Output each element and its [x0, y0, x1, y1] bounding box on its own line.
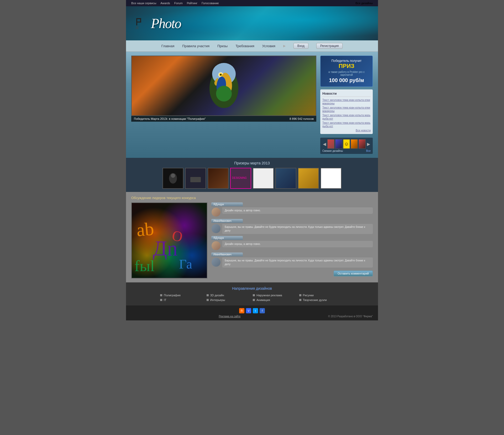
comment-2-text: Барышня, вы не правы. Давайте не будем п…	[222, 224, 373, 234]
svg-rect-3	[136, 22, 141, 23]
nav-home[interactable]: Главная	[161, 44, 174, 48]
prize-box: Победитель получит ПРИЗ а также работу в…	[320, 56, 373, 87]
news-box: Новости Текст заголовок тема кран копыта…	[320, 89, 373, 134]
prize-thumb-8[interactable]	[321, 168, 342, 189]
comment-4: ИванИванович Барышня, вы не правы. Давай…	[211, 253, 373, 267]
direction-1-bullet	[160, 294, 162, 296]
directions-title: Направления дизайнов	[131, 286, 373, 291]
gallery-thumb-4[interactable]	[351, 139, 358, 149]
gallery-next-arrow[interactable]: ▶	[366, 142, 371, 147]
prize-thumb-1[interactable]	[162, 168, 183, 189]
news-item-2[interactable]: Текст заголовок тема кран копыта елки ма…	[322, 106, 371, 113]
comment-1-avatar	[211, 207, 221, 217]
gallery-prev-arrow[interactable]: ◀	[322, 142, 327, 147]
svg-text:高: 高	[135, 26, 139, 29]
rating-link[interactable]: Рейтинг	[187, 2, 197, 5]
svg-text:Га: Га	[179, 257, 192, 271]
nav-divider: ▶	[283, 44, 286, 48]
direction-6[interactable]: Интерьеры	[207, 298, 251, 302]
svg-point-14	[171, 174, 175, 178]
footer-bottom-row: Реклама на сайте © 2013 Разработано в ОО…	[131, 315, 373, 318]
directions-grid: Полиграфия 3D дизайн Наружная реклама Ри…	[160, 294, 344, 302]
comment-4-username: ИванИванович	[211, 253, 243, 256]
nav-prizes[interactable]: Призы	[217, 44, 228, 48]
awards-link[interactable]: Awards	[160, 2, 170, 5]
nav-conditions[interactable]: Условия	[262, 44, 275, 48]
prize-thumb-4[interactable]: DESIGNING THE 21st CENTURY	[230, 168, 251, 189]
svg-point-12	[216, 86, 232, 101]
prize-amount: 100 000 руб/м	[324, 77, 369, 83]
comment-4-text: Барышня, вы не правы. Давайте не будем п…	[222, 257, 373, 267]
direction-1[interactable]: Полиграфия	[160, 294, 205, 297]
voting-link[interactable]: Голосование	[202, 2, 219, 5]
news-item-4[interactable]: Текст заголовок тема кран копыта мазь ры…	[322, 121, 371, 128]
nav-requirements[interactable]: Требования	[235, 44, 254, 48]
comment-3-username: ЯДундук	[211, 236, 243, 240]
news-title: Новости	[322, 92, 371, 97]
svg-point-9	[220, 74, 222, 76]
prize-thumb-7[interactable]	[298, 168, 319, 189]
logo-icon: 高	[134, 16, 148, 31]
nav-rules[interactable]: Правила участия	[182, 44, 209, 48]
gallery-all-link[interactable]: Все	[366, 149, 371, 152]
comment-2-username: ИванИванович	[211, 219, 243, 223]
submit-comment-button[interactable]: Оставить комментарий	[334, 271, 373, 276]
comment-1-body: Дизайн хорош, а автор говно.	[211, 207, 373, 217]
direction-7-label: Анимация	[256, 298, 270, 302]
main-nav: Главная Правила участия Призы Требования…	[126, 40, 378, 52]
comment-3: ЯДундук Дизайн хорош, а автор говно.	[211, 236, 373, 250]
social-icon-vk[interactable]: V	[246, 308, 251, 313]
ad-link[interactable]: Реклама на сайте	[219, 315, 240, 318]
direction-2-bullet	[207, 294, 209, 296]
comment-2-avatar	[211, 224, 221, 233]
login-button[interactable]: Вход	[293, 43, 308, 49]
winner-label: Победитель получит ПРИЗ	[324, 59, 369, 69]
winner-text: Победитель	[332, 59, 349, 63]
discussion-inner: ab Дn fыl О Га ЯДундук Дизайн хорош, а а…	[131, 202, 373, 278]
svg-text:DESIGNING THE 21st CENTURY: DESIGNING THE 21st CENTURY	[232, 176, 246, 179]
prize-thumb-2[interactable]	[185, 168, 206, 189]
photo-caption: Победитель Марта 2013г. в номинации "Пол…	[131, 116, 316, 122]
discussion-title: Обсуждение лидеров текущего конкурса	[131, 196, 373, 200]
comment-3-body: Дизайн хорош, а автор говно.	[211, 241, 373, 250]
prize-thumb-3[interactable]	[208, 168, 229, 189]
social-icon-twitter[interactable]: t	[253, 308, 258, 313]
social-icons: R V t f	[239, 308, 265, 313]
caption-text: Победитель Марта 2013г. в номинации "Пол…	[134, 117, 206, 120]
svg-text:ab: ab	[136, 218, 155, 240]
direction-2-label: 3D дизайн	[210, 294, 224, 297]
gallery-thumb-1[interactable]	[327, 139, 334, 149]
prize-sub-text: а также работу в Prokter pro с зарплатой	[324, 71, 369, 76]
news-all-link[interactable]: Все новости	[322, 129, 371, 132]
direction-8[interactable]: Творческие дуэли	[299, 298, 344, 302]
gallery-thumb-5[interactable]	[359, 139, 366, 149]
forum-link[interactable]: Forum	[174, 2, 183, 5]
gallery-thumb-3[interactable]: ☺	[343, 139, 350, 149]
all-services-link[interactable]: Все наши сервисы	[131, 2, 156, 5]
gallery-label: Свежие дизайны Все	[322, 149, 371, 152]
social-icon-rss[interactable]: R	[239, 308, 244, 313]
prize-word: ПРИЗ	[339, 63, 354, 69]
direction-7[interactable]: Анимация	[253, 298, 298, 302]
social-icon-facebook[interactable]: f	[260, 308, 265, 313]
all-designs-link[interactable]: Все дизайны	[355, 2, 373, 5]
direction-6-bullet	[207, 299, 209, 301]
gallery-thumb-2[interactable]	[335, 139, 342, 149]
direction-4[interactable]: Рисунки	[299, 294, 344, 297]
direction-4-label: Рисунки	[303, 294, 314, 297]
direction-8-bullet	[299, 299, 301, 301]
direction-2[interactable]: 3D дизайн	[207, 294, 251, 297]
direction-8-label: Творческие дуэли	[303, 298, 327, 302]
side-panel: Победитель получит ПРИЗ а также работу в…	[320, 56, 373, 154]
direction-5[interactable]: IT	[160, 298, 205, 302]
comment-3-text: Дизайн хорош, а автор говно.	[222, 241, 373, 247]
direction-3[interactable]: Наружная реклама	[253, 294, 298, 297]
direction-5-label: IT	[164, 298, 166, 302]
news-item-3[interactable]: Текст заголовок тема кран копыта мазь ры…	[322, 114, 371, 120]
register-button[interactable]: Регистрация	[316, 43, 343, 49]
header: 高 Photo	[126, 6, 378, 40]
prize-thumb-6[interactable]	[275, 168, 296, 189]
news-item-1[interactable]: Текст заголовок тема кран копыта елки ма…	[322, 98, 371, 105]
prize-thumb-5[interactable]	[253, 168, 274, 189]
footer-copyright: © 2013 Разработано в ООО "Фирма"	[328, 315, 373, 318]
